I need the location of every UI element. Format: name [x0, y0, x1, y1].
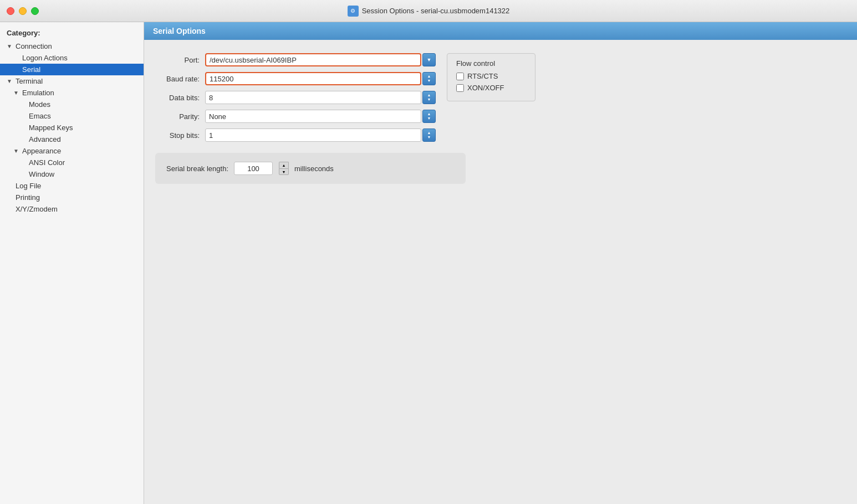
- sidebar-item-label: Modes: [29, 100, 50, 109]
- serial-break-panel: Serial break length: ▲ ▼ milliseconds: [155, 153, 466, 184]
- sidebar-item-modes[interactable]: Modes: [0, 99, 144, 110]
- xon-xoff-row: XON/XOFF: [456, 84, 526, 92]
- rts-cts-checkbox[interactable]: [456, 73, 464, 80]
- baud-control: ▲ ▼: [205, 72, 436, 85]
- sidebar: Category: ▼ Connection Logon Actions Ser…: [0, 22, 144, 504]
- titlebar: ⚙ Session Options - serial-cu.usbmodem14…: [0, 0, 857, 22]
- section-title: Serial Options: [153, 27, 206, 35]
- sidebar-item-emacs[interactable]: Emacs: [0, 110, 144, 122]
- serial-break-input[interactable]: [234, 162, 273, 175]
- baud-row: Baud rate: ▲ ▼: [155, 72, 436, 85]
- sidebar-item-label: Mapped Keys: [29, 124, 73, 132]
- rts-cts-row: RTS/CTS: [456, 72, 526, 80]
- form-area: Port: Baud rate: ▲ ▼: [144, 49, 857, 195]
- serial-break-down-button[interactable]: ▼: [279, 168, 289, 175]
- xon-xoff-checkbox[interactable]: [456, 84, 464, 92]
- port-row: Port:: [155, 53, 436, 66]
- sidebar-item-window[interactable]: Window: [0, 168, 144, 180]
- flow-control-title: Flow control: [456, 59, 526, 68]
- sidebar-item-label: Printing: [16, 193, 40, 202]
- close-button[interactable]: [7, 7, 14, 15]
- sidebar-item-label: Advanced: [29, 135, 61, 143]
- baud-input[interactable]: [205, 72, 421, 85]
- flow-control-panel: Flow control RTS/CTS XON/XOFF: [447, 53, 535, 101]
- sidebar-item-ansi-color[interactable]: ANSI Color: [0, 157, 144, 168]
- parity-label: Parity:: [155, 112, 205, 121]
- category-label: Category:: [0, 27, 144, 40]
- baud-label: Baud rate:: [155, 75, 205, 83]
- sidebar-item-label: Emacs: [29, 112, 51, 120]
- port-label: Port:: [155, 56, 205, 64]
- sidebar-item-label: Serial: [22, 65, 40, 74]
- sidebar-item-terminal[interactable]: ▼ Terminal: [0, 75, 144, 87]
- sidebar-item-appearance[interactable]: ▼ Appearance: [0, 145, 144, 157]
- databits-control: ▲ ▼: [205, 91, 436, 104]
- serial-break-label: Serial break length:: [166, 164, 228, 173]
- arrow-icon: ▼: [13, 148, 20, 154]
- databits-input[interactable]: [205, 91, 421, 104]
- sidebar-item-label: X/Y/Zmodem: [16, 205, 58, 213]
- arrow-icon: ▼: [7, 78, 13, 84]
- sidebar-item-label: Window: [29, 170, 54, 178]
- sidebar-item-xyzmodem[interactable]: X/Y/Zmodem: [0, 203, 144, 215]
- parity-input[interactable]: [205, 110, 421, 123]
- app-icon: ⚙: [348, 6, 359, 17]
- stopbits-input[interactable]: [205, 128, 421, 142]
- sidebar-item-mapped-keys[interactable]: Mapped Keys: [0, 122, 144, 133]
- databits-stepper-button[interactable]: ▲ ▼: [422, 91, 436, 104]
- stopbits-label: Stop bits:: [155, 131, 205, 140]
- content-area: Serial Options Port: Baud ra: [144, 22, 857, 504]
- port-control: [205, 53, 436, 66]
- serial-break-up-button[interactable]: ▲: [279, 162, 289, 168]
- maximize-button[interactable]: [31, 7, 39, 15]
- serial-break-stepper[interactable]: ▲ ▼: [279, 162, 289, 175]
- section-header: Serial Options: [144, 22, 857, 40]
- stopbits-stepper-button[interactable]: ▲ ▼: [422, 128, 436, 142]
- sidebar-item-printing[interactable]: Printing: [0, 192, 144, 203]
- sidebar-item-label: Appearance: [22, 147, 61, 155]
- sidebar-item-label: Emulation: [22, 89, 54, 97]
- arrow-icon: ▼: [13, 90, 20, 96]
- databits-label: Data bits:: [155, 94, 205, 102]
- window-controls: [7, 7, 39, 15]
- sidebar-item-logon-actions[interactable]: Logon Actions: [0, 52, 144, 64]
- milliseconds-label: milliseconds: [294, 164, 334, 173]
- baud-stepper-button[interactable]: ▲ ▼: [422, 72, 436, 85]
- window-title: Session Options - serial-cu.usbmodem1413…: [362, 7, 510, 15]
- minimize-button[interactable]: [19, 7, 27, 15]
- sidebar-item-label: Log File: [16, 182, 41, 190]
- parity-control: ▲ ▼: [205, 110, 436, 123]
- port-input[interactable]: [205, 53, 421, 66]
- sidebar-item-label: ANSI Color: [29, 158, 65, 167]
- sidebar-item-label: Terminal: [16, 77, 43, 85]
- sidebar-item-connection[interactable]: ▼ Connection: [0, 40, 144, 52]
- parity-stepper-button[interactable]: ▲ ▼: [422, 110, 436, 123]
- serial-fields: Port: Baud rate: ▲ ▼: [155, 53, 436, 147]
- stopbits-row: Stop bits: ▲ ▼: [155, 128, 436, 142]
- sidebar-item-label: Connection: [16, 42, 52, 50]
- rts-cts-label: RTS/CTS: [467, 72, 498, 80]
- port-dropdown-button[interactable]: [422, 53, 436, 66]
- arrow-icon: ▼: [7, 43, 13, 49]
- sidebar-item-advanced[interactable]: Advanced: [0, 133, 144, 145]
- stopbits-control: ▲ ▼: [205, 128, 436, 142]
- xon-xoff-label: XON/XOFF: [467, 84, 504, 92]
- parity-row: Parity: ▲ ▼: [155, 110, 436, 123]
- main-container: Category: ▼ Connection Logon Actions Ser…: [0, 22, 857, 504]
- sidebar-item-emulation[interactable]: ▼ Emulation: [0, 87, 144, 99]
- sidebar-item-serial[interactable]: Serial: [0, 64, 144, 75]
- sidebar-item-log-file[interactable]: Log File: [0, 180, 144, 192]
- sidebar-item-label: Logon Actions: [22, 54, 68, 62]
- databits-row: Data bits: ▲ ▼: [155, 91, 436, 104]
